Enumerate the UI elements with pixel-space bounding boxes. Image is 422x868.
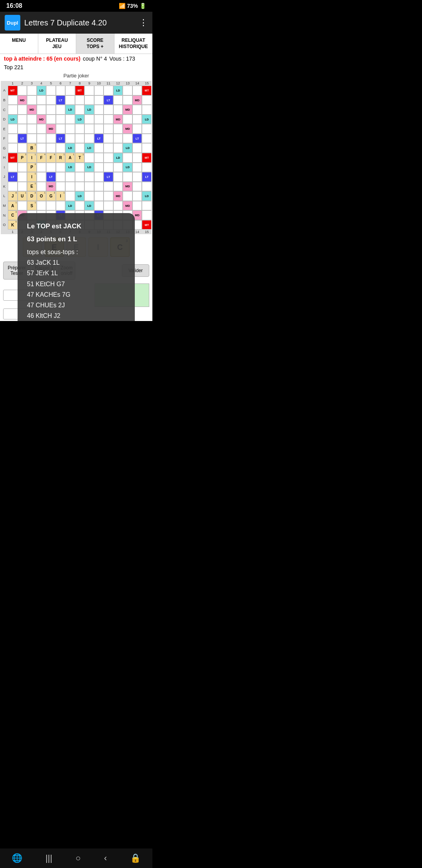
title-bar: Dupl Lettres 7 Duplicate 4.20 ⋮ [0,12,152,34]
top-indicator: top à atteindre : 65 (en cours) [4,56,80,62]
info-bar: top à atteindre : 65 (en cours) coup N° … [0,54,152,80]
board-row-F: F LT LT LT LT [1,134,152,143]
board-row-K: K E1 MD MD [1,182,152,192]
overlay-entry-4: 47 KACHEs 7G [27,289,125,300]
overlay-title-1: Le TOP est JACK [27,221,125,232]
board-row-L: L J8 U1 D2 O1 G2 I1 LD MD LD [1,191,152,201]
board-row-I: I P3 LD LD LD [1,163,152,172]
board-row-A: A MT LD MT LD MT [1,86,152,95]
signal-icon: 📶 [119,3,125,9]
nav-tabs: MENU PLATEAUJEU SCORETOPS + RELIQUATHIST… [0,34,152,54]
board-row-G: G B3 LD LD LD [1,143,152,153]
board-row-E: E MD MD [1,124,152,134]
overlay-subtitle: tops et sous-tops : [27,247,125,257]
board-row-B: B MD LT LT MD [1,95,152,105]
board-row-D: D LD MD LD MD LD [1,115,152,124]
board-col-headers: 1 2 3 4 5 6 7 8 9 10 11 12 13 14 15 [1,81,152,86]
app-icon: Dupl [5,15,20,30]
status-icons: 📶 73% 🔋 [119,3,146,9]
overlay-entry-1: 63 JaCK 1L [27,257,125,268]
partie-type: Partie joker [4,73,148,79]
overlay-entry-5: 47 CHUEs 2J [27,300,125,310]
tab-score[interactable]: SCORETOPS + [76,34,114,54]
top-score: Top 221 [4,64,23,70]
battery-icon: 🔋 [139,3,146,9]
overlay-title-2: 63 points en 1 L [27,234,125,245]
battery-text: 73% [127,3,138,9]
board-row-C: C MD LD LD MD [1,105,152,115]
tab-menu[interactable]: MENU [0,34,38,54]
tab-plateau[interactable]: PLATEAUJEU [38,34,77,54]
status-bar: 16:08 📶 73% 🔋 [0,0,152,12]
app-title: Lettres 7 Duplicate 4.20 [24,18,139,27]
overflow-menu-button[interactable]: ⋮ [139,18,148,28]
board-row-J: J LT I1 LT LT LT [1,172,152,182]
overlay-entry-6: 46 KltCH J2 [27,310,125,321]
board-container: 1 2 3 4 5 6 7 8 9 10 11 12 13 14 15 A MT [0,80,152,235]
coup-number: coup N° 4 [83,56,107,62]
overlay-entry-2: 57 JErK 1L [27,268,125,278]
vous-score: Vous : 173 [109,56,135,62]
tab-reliquat[interactable]: RELIQUATHISTORIQUE [114,34,153,54]
tops-overlay[interactable]: Le TOP est JACK 63 points en 1 L tops et… [18,213,135,321]
board-wrapper: 1 2 3 4 5 6 7 8 9 10 11 12 13 14 15 A MT [0,80,152,235]
board-row-H: H MT P3 I1 F4 F4 R1 A1 T1 LD MT [1,153,152,163]
clock: 16:08 [6,2,22,9]
board-row-M: M A1 S1 LD LD MD [1,201,152,211]
overlay-entry-3: 51 KEtCH G7 [27,279,125,289]
